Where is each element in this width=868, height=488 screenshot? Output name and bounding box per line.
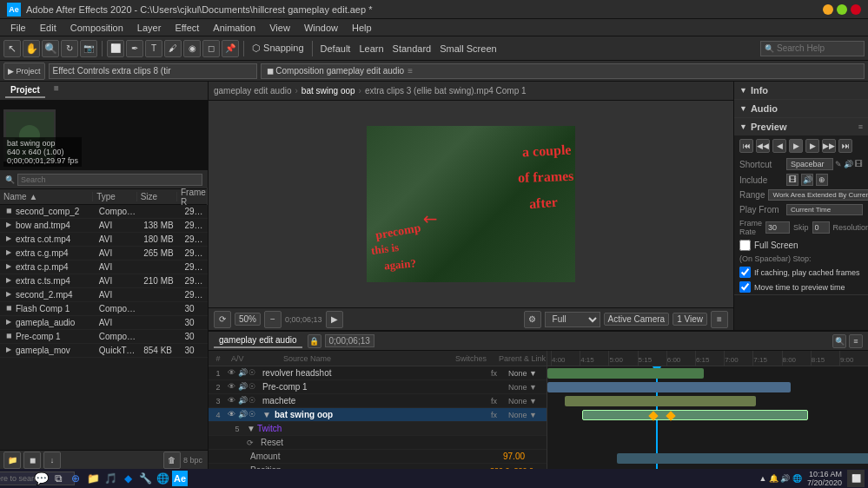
shortcut-edit-icon[interactable]: ✎ [835,160,842,168]
preview-menu-icon[interactable]: ≡ [858,122,863,131]
layer-parent[interactable]: None ▼ [499,411,547,419]
rotate-tool[interactable]: ↻ [61,40,78,57]
taskbar-search[interactable] [14,471,30,486]
workspace-standard[interactable]: Standard [389,43,435,54]
transport-fwd-end-btn[interactable]: ▶▶ [822,139,836,153]
comp-settings-btn[interactable]: ⚙ [524,311,541,328]
zoom-tool[interactable]: 🔍 [42,40,59,57]
search-help-box[interactable]: 🔍 [760,41,865,56]
new-comp-btn[interactable]: ◼ [23,452,41,469]
transport-fwd-btn[interactable]: ▶ [805,139,819,153]
taskbar-tool-icon[interactable]: 🔧 [137,471,153,486]
list-item[interactable]: ▶gamepla_audio AVI 30 [0,316,208,330]
list-item[interactable]: ▶extra c.ot.mp4 AVI 180 MB 29.97 [0,233,208,247]
selection-tool[interactable]: ↖ [3,40,21,57]
layer-row[interactable]: 1 👁 🔊 ☉ revolver headshot fx None ▼ [209,366,547,380]
preview-header[interactable]: ▼ Preview ≡ [734,118,868,135]
list-item[interactable]: ◼Flash Comp 1 Composition 30 [0,302,208,316]
col-size[interactable]: Size [137,192,177,201]
project-panel-btn[interactable]: ▶ Project [3,63,45,80]
menu-layer[interactable]: Layer [130,21,169,35]
menu-edit[interactable]: Edit [33,21,63,35]
reset-icon[interactable]: ⟳ [247,439,257,447]
timeline-tab-comp[interactable]: gameplay edit audio [214,333,302,348]
timeline-bars-area[interactable]: 4:00 4:15 5:00 5:15 6:00 6:15 7:00 7:15 … [547,351,868,469]
layer-property-row[interactable]: ⟳ Reset [209,436,547,450]
taskbar-chrome-icon[interactable]: ⊕ [68,471,83,486]
layer-parent[interactable]: None ▼ [499,397,547,406]
transport-back-btn[interactable]: ◀ [772,139,786,153]
timeline-bar[interactable] [617,453,868,464]
taskbar-cortana-icon[interactable]: 💬 [33,471,49,486]
maximize-button[interactable] [837,4,847,15]
tl-search-btn[interactable]: 🔍 [832,334,846,348]
taskbar-dropbox-icon[interactable]: ◆ [120,471,136,486]
layer-audio-icon[interactable]: 🔊 [238,410,248,420]
search-input[interactable] [777,43,860,53]
info-header[interactable]: ▼ Info [734,82,868,99]
list-item[interactable]: ▶gamepla_mov QuickTime 854 KB 30 [0,344,208,358]
shortcut-vid-icon[interactable]: 🎞 [855,160,863,168]
show-desktop-btn[interactable]: ⬜ [847,470,865,487]
timeline-bar[interactable] [547,382,791,392]
transport-last-btn[interactable]: ⏭ [838,139,852,153]
list-item[interactable]: ▶second_2.mp4 AVI 29.97 [0,288,208,302]
breadcrumb-item-3[interactable]: extra clips 3 (ellie bat swing).mp4 Comp… [365,86,527,96]
layer-group-row[interactable]: 5 ▼ Twitch [209,422,547,436]
eraser-tool[interactable]: ◻ [202,40,220,57]
text-tool[interactable]: T [145,40,162,57]
breadcrumb-item-2[interactable]: bat swing oop [301,86,355,96]
layer-audio-icon[interactable]: 🔊 [238,396,248,406]
range-value[interactable]: Work Area Extended By Current [768,189,868,201]
new-folder-btn[interactable]: 📁 [3,452,21,469]
tl-settings-btn[interactable]: ≡ [849,334,863,348]
layer-vis-icon[interactable]: 👁 [228,396,238,406]
move-time-checkbox[interactable] [739,281,751,293]
workspace-default[interactable]: Default [317,43,354,54]
skip-input[interactable] [812,221,830,234]
taskbar-media-icon[interactable]: 🎵 [103,471,118,486]
transport-first-btn[interactable]: ⏮ [739,139,753,153]
stamp-tool[interactable]: ◉ [183,40,201,57]
workspace-learn[interactable]: Learn [355,43,387,54]
camera-tool[interactable]: 📷 [80,40,97,57]
zoom-out-btn[interactable]: − [264,311,282,328]
col-rate[interactable]: Frame R [177,188,208,207]
tl-lock-btn[interactable]: 🔒 [308,334,321,348]
include-video-btn[interactable]: 🎞 [786,174,798,186]
view-label[interactable]: 1 View [673,313,707,326]
menu-composition[interactable]: Composition [63,21,130,35]
taskbar-browser-icon[interactable]: 🌐 [155,471,170,486]
menu-window[interactable]: Window [297,21,345,35]
list-item[interactable]: ▶bow and.tmp4 AVI 138 MB 29.97 [0,219,208,233]
layer-vis-icon[interactable]: 👁 [228,368,238,379]
comp-options-icon[interactable]: ≡ [407,66,413,76]
workspace-small[interactable]: Small Screen [436,43,500,54]
cache-checkbox[interactable] [739,267,751,278]
brush-tool[interactable]: 🖌 [164,40,182,57]
comp-menu-btn[interactable]: ≡ [711,311,728,328]
menu-view[interactable]: View [262,21,297,35]
list-item[interactable]: ◼second_comp_2 Composition 29.97 [0,205,208,219]
hand-tool[interactable]: ✋ [23,40,40,57]
layer-solo-icon[interactable]: ☉ [248,410,259,420]
shortcut-audio-icon[interactable]: 🔊 [844,160,853,168]
play-from-value[interactable]: Current Time [786,204,863,215]
taskbar-ae-icon[interactable]: Ae [172,471,188,486]
resolution-select[interactable]: FullHalfQuarter [545,312,600,327]
fullscreen-checkbox[interactable] [739,240,751,251]
layer-audio-icon[interactable]: 🔊 [238,368,248,379]
breadcrumb-item-1[interactable]: gameplay edit audio [214,86,292,96]
tab-project[interactable]: Project [5,83,45,98]
layer-parent[interactable]: None ▼ [499,369,547,378]
delete-btn[interactable]: 🗑 [163,452,181,469]
timeline-bar[interactable] [547,368,704,379]
layer-parent[interactable]: None ▼ [499,383,547,392]
frame-rate-input[interactable] [765,221,790,234]
col-name[interactable]: Name ▲ [0,192,93,201]
zoom-level[interactable]: 50% [235,313,261,326]
transport-prev-btn[interactable]: ◀◀ [756,139,770,153]
composition-tab[interactable]: ◼ Composition gameplay edit audio ≡ [261,63,865,79]
effect-controls-tab[interactable]: Effect Controls extra clips 8 (tir [49,63,257,79]
layer-expand-icon[interactable]: ▼ [262,410,273,419]
